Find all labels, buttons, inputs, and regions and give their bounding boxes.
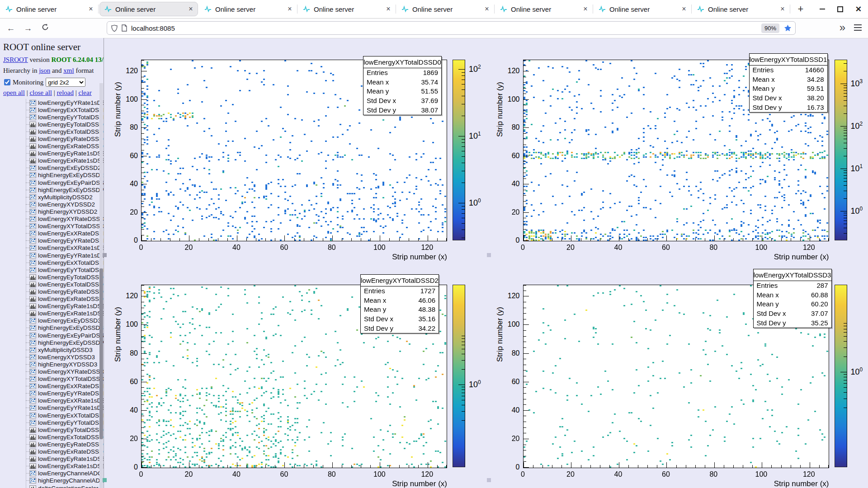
tree-item-highEnergyChannelADC[interactable]: highEnergyChannelADC <box>0 477 104 484</box>
tree-item-lowEnergyXYDSSD3[interactable]: lowEnergyXYDSSD3 <box>0 353 104 361</box>
palette-color-scale[interactable] <box>453 60 465 240</box>
tab-close-icon[interactable]: × <box>483 5 491 13</box>
tab-close-icon[interactable]: × <box>581 5 590 13</box>
grid-separator-handle[interactable] <box>487 478 491 482</box>
tree-item-lowEnergyExXTotalDSSD3[interactable]: lowEnergyExXTotalDSSD3 <box>0 412 104 419</box>
jsroot-link[interactable]: JSROOT <box>3 56 28 63</box>
tree-item-lowEnergyEyRateDSSD1[interactable]: lowEnergyEyRateDSSD1 <box>0 135 104 142</box>
browser-tab[interactable]: Online server× <box>297 0 396 18</box>
tree-item-lowEnergyExTotalDSSD1[interactable]: lowEnergyExTotalDSSD1 <box>0 128 104 135</box>
tree-item-highEnergyExEyDSSDPair2[interactable]: highEnergyExEyDSSDPair2 <box>0 186 104 193</box>
action-link-open-all[interactable]: open all <box>3 89 25 96</box>
tree-item-highEnergyExEyDSSD3[interactable]: highEnergyExEyDSSD3 <box>0 324 104 332</box>
browser-tab[interactable]: Online server× <box>396 0 495 18</box>
shield-icon[interactable] <box>111 24 118 32</box>
grid-separator-handle[interactable] <box>103 478 107 482</box>
browser-tab[interactable]: Online server× <box>495 0 593 18</box>
tab-close-icon[interactable]: × <box>286 5 294 13</box>
browser-tab[interactable]: Online server× <box>0 0 99 18</box>
tree-item-highEnergyExEyDSSD2[interactable]: highEnergyExEyDSSD2 <box>0 172 104 179</box>
tree-item-lowEnergyExXRate1sDSSD3[interactable]: lowEnergyExXRate1sDSSD3 <box>0 397 104 404</box>
tree-item-lowEnergyEyRateDSSD2[interactable]: lowEnergyEyRateDSSD2 <box>0 288 104 295</box>
tree-item-lowEnergyExXRate1sDSSD2[interactable]: lowEnergyExXRate1sDSSD2 <box>0 244 104 252</box>
tree-item-lowEnergyExRateDSSD1[interactable]: lowEnergyExRateDSSD1 <box>0 143 104 150</box>
browser-tab[interactable]: Online server× <box>593 0 692 18</box>
tree-item-highEnergyXYDSSD2[interactable]: highEnergyXYDSSD2 <box>0 208 104 215</box>
tree-item-xyMultiplicityDSSD3[interactable]: xyMultiplicityDSSD3 <box>0 346 104 353</box>
sidebar-scrollbar-thumb[interactable] <box>99 268 103 439</box>
page-info-icon[interactable] <box>121 24 127 32</box>
tab-close-icon[interactable]: × <box>384 5 392 13</box>
tree-item-lowEnergyExRate1sDSSD2[interactable]: lowEnergyExRate1sDSSD2 <box>0 310 104 317</box>
browser-tab[interactable]: Online server× <box>692 0 790 18</box>
tree-item-lowEnergyExTotalDSSD3[interactable]: lowEnergyExTotalDSSD3 <box>0 433 104 441</box>
action-link-close-all[interactable]: close all <box>29 89 52 96</box>
tree-item-lowEnergyEyRate1sDSSD2[interactable]: lowEnergyEyRate1sDSSD2 <box>0 303 104 310</box>
tree-item-lowEnergyExRate1sDSSD1[interactable]: lowEnergyExRate1sDSSD1 <box>0 157 104 164</box>
tree-item-lowEnergyEyYRate1sDSSD2[interactable]: lowEnergyEyYRate1sDSSD2 <box>0 252 104 259</box>
tree-item-lowEnergyEyYRate1sDSSD1[interactable]: lowEnergyEyYRate1sDSSD1 <box>0 99 104 106</box>
tree-item-lowEnergyXYRateDSSD3[interactable]: lowEnergyXYRateDSSD3 <box>0 368 104 375</box>
action-link-reload[interactable]: reload <box>57 89 74 96</box>
tree-item-lowEnergyExXTotalDSSD1[interactable]: lowEnergyExXTotalDSSD1 <box>0 106 104 113</box>
browser-tab[interactable]: Online server× <box>99 2 198 16</box>
app-menu-icon[interactable] <box>854 24 862 33</box>
tree-item-lowEnergyEyRateDSSD3[interactable]: lowEnergyEyRateDSSD3 <box>0 441 104 448</box>
tree-item-lowEnergyXYTotalDSSD2[interactable]: lowEnergyXYTotalDSSD2 <box>0 223 104 230</box>
layout-select[interactable]: grid 2x2 <box>46 78 85 87</box>
url-input[interactable] <box>130 24 761 33</box>
window-close-icon[interactable]: ✕ <box>855 5 862 13</box>
stats-box-lowEnergyXYTotalDSSD2[interactable]: lowEnergyXYTotalDSSD2Entries1727Mean x46… <box>360 274 439 333</box>
tree-item-lowEnergyEyYTotalDSSD1[interactable]: lowEnergyEyYTotalDSSD1 <box>0 113 104 121</box>
forward-button[interactable]: → <box>22 22 34 35</box>
new-tab-button[interactable]: + <box>793 0 808 18</box>
tree-item-lowEnergyExRate1sDSSD3[interactable]: lowEnergyExRate1sDSSD3 <box>0 463 104 470</box>
tree-item-lowEnergyExXRateDSSD2[interactable]: lowEnergyExXRateDSSD2 <box>0 230 104 237</box>
browser-tab[interactable]: Online server× <box>199 0 297 18</box>
tree-item-lowEnergyExEyDSSD3[interactable]: lowEnergyExEyDSSD3 <box>0 317 104 324</box>
stats-box-lowEnergyXYTotalDSSD1[interactable]: lowEnergyXYTotalDSSD1Entries14660Mean x3… <box>749 53 828 113</box>
tree-item-lowEnergyEyRate1sDSSD1[interactable]: lowEnergyEyRate1sDSSD1 <box>0 150 104 157</box>
maximize-icon[interactable] <box>837 6 843 12</box>
palette-color-scale[interactable] <box>835 285 847 467</box>
stats-box-lowEnergyXYTotalDSSD0[interactable]: lowEnergyXYTotalDSSD0Entries1869Mean x35… <box>363 56 442 115</box>
json-link[interactable]: json <box>39 67 50 74</box>
tree-item-lowEnergyEyYTotalDSSD2[interactable]: lowEnergyEyYTotalDSSD2 <box>0 266 104 273</box>
tree-item-lowEnergyExXTotalDSSD2[interactable]: lowEnergyExXTotalDSSD2 <box>0 259 104 266</box>
tab-close-icon[interactable]: × <box>778 5 787 13</box>
tree-item-deltaCorrelationScaler[interactable]: deltaCorrelationScaler <box>0 484 104 488</box>
tree-item-lowEnergyExEyDSSD2[interactable]: lowEnergyExEyDSSD2 <box>0 164 104 172</box>
tab-close-icon[interactable]: × <box>187 5 195 13</box>
tree-item-lowEnergyExRateDSSD2[interactable]: lowEnergyExRateDSSD2 <box>0 296 104 303</box>
tree-item-lowEnergyEyTotalDSSD2[interactable]: lowEnergyEyTotalDSSD2 <box>0 273 104 281</box>
tree-item-lowEnergyEyYRateDSSD3[interactable]: lowEnergyEyYRateDSSD3 <box>0 390 104 397</box>
tree-item-lowEnergyEyRate1sDSSD3[interactable]: lowEnergyEyRate1sDSSD3 <box>0 455 104 463</box>
stats-box-lowEnergyXYTotalDSSD3[interactable]: lowEnergyXYTotalDSSD3Entries287Mean x60.… <box>753 269 832 328</box>
palette-color-scale[interactable] <box>835 60 847 240</box>
tree-item-lowEnergyXYTotalDSSD3[interactable]: lowEnergyXYTotalDSSD3 <box>0 375 104 383</box>
tab-close-icon[interactable]: × <box>87 5 95 13</box>
back-button[interactable]: ← <box>5 22 17 35</box>
reload-button[interactable] <box>39 22 52 35</box>
overflow-menu-icon[interactable]: » <box>840 21 845 34</box>
tree-item-lowEnergyExTotalDSSD2[interactable]: lowEnergyExTotalDSSD2 <box>0 281 104 288</box>
tree-item-lowEnergyEyTotalDSSD1[interactable]: lowEnergyEyTotalDSSD1 <box>0 121 104 128</box>
tree-item-lowEnergyEyYRateDSSD2[interactable]: lowEnergyEyYRateDSSD2 <box>0 237 104 244</box>
grid-separator-handle[interactable] <box>487 253 491 257</box>
grid-separator-handle[interactable] <box>103 253 107 257</box>
monitoring-checkbox[interactable] <box>4 79 10 85</box>
tree-item-lowEnergyEyTotalDSSD3[interactable]: lowEnergyEyTotalDSSD3 <box>0 426 104 433</box>
tree-item-lowEnergyEyYTotalDSSD3[interactable]: lowEnergyEyYTotalDSSD3 <box>0 419 104 426</box>
tree-item-lowEnergyXYDSSD2[interactable]: lowEnergyXYDSSD2 <box>0 201 104 208</box>
xml-link[interactable]: xml <box>63 67 74 74</box>
minimize-icon[interactable] <box>820 9 825 9</box>
zoom-level-badge[interactable]: 90% <box>761 23 779 33</box>
tree-item-xyMultiplicityDSSD2[interactable]: xyMultiplicityDSSD2 <box>0 193 104 201</box>
url-bar[interactable]: 90% <box>107 21 796 35</box>
tree-item-lowEnergyExEyPairDSSD3[interactable]: lowEnergyExEyPairDSSD3 <box>0 332 104 339</box>
tree-item-lowEnergyExEyPairDSSD2[interactable]: lowEnergyExEyPairDSSD2 <box>0 179 104 186</box>
action-link-clear[interactable]: clear <box>79 89 92 96</box>
tree-item-lowEnergyXYRateDSSD2[interactable]: lowEnergyXYRateDSSD2 <box>0 216 104 223</box>
tree-item-lowEnergyEyYRate1sDSSD3[interactable]: lowEnergyEyYRate1sDSSD3 <box>0 404 104 412</box>
bookmark-star-icon[interactable] <box>784 24 792 32</box>
